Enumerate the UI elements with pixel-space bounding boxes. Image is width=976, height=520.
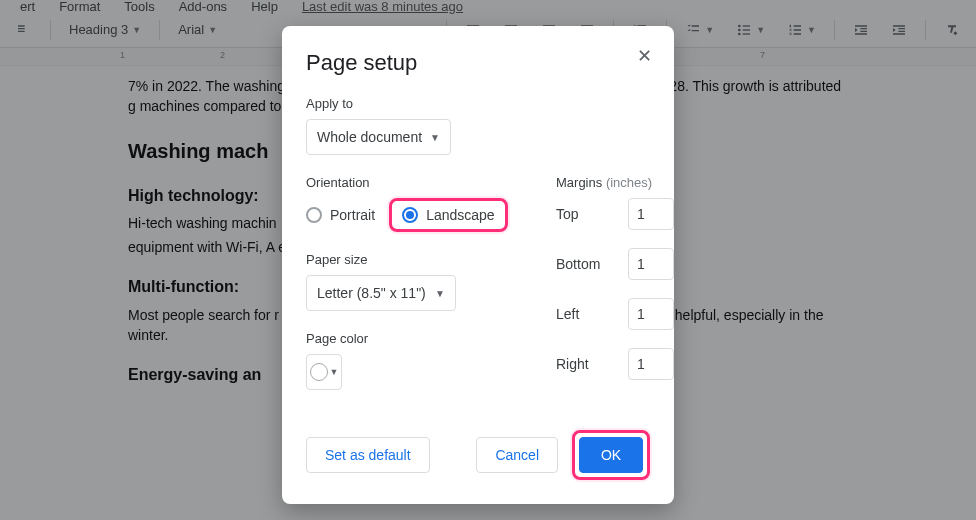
margin-left-input[interactable]: [628, 298, 674, 330]
radio-icon: [306, 207, 322, 223]
caret-down-icon: ▼: [430, 132, 440, 143]
orientation-portrait-radio[interactable]: Portrait: [306, 207, 375, 223]
paper-size-value: Letter (8.5" x 11"): [317, 285, 426, 301]
caret-down-icon: ▼: [435, 288, 445, 299]
radio-label: Landscape: [426, 207, 495, 223]
orientation-landscape-radio[interactable]: Landscape: [389, 198, 508, 232]
ok-highlight: OK: [572, 430, 650, 480]
apply-to-select[interactable]: Whole document ▼: [306, 119, 451, 155]
orientation-label: Orientation: [306, 175, 516, 190]
caret-down-icon: ▼: [330, 367, 339, 377]
dialog-actions: Set as default Cancel OK: [306, 430, 650, 480]
page-color-select[interactable]: ▼: [306, 354, 342, 390]
page-color-label: Page color: [306, 331, 516, 346]
apply-to-value: Whole document: [317, 129, 422, 145]
paper-size-select[interactable]: Letter (8.5" x 11") ▼: [306, 275, 456, 311]
paper-size-label: Paper size: [306, 252, 516, 267]
margin-bottom-input[interactable]: [628, 248, 674, 280]
apply-to-label: Apply to: [306, 96, 650, 111]
margin-bottom-row: Bottom: [556, 248, 674, 280]
ok-button[interactable]: OK: [579, 437, 643, 473]
margin-right-label: Right: [556, 356, 616, 372]
margins-label: Margins (inches): [556, 175, 674, 190]
margin-top-row: Top: [556, 198, 674, 230]
close-icon[interactable]: ✕: [632, 44, 656, 68]
margin-top-input[interactable]: [628, 198, 674, 230]
radio-label: Portrait: [330, 207, 375, 223]
margin-left-label: Left: [556, 306, 616, 322]
page-setup-dialog: Page setup ✕ Apply to Whole document ▼ O…: [282, 26, 674, 504]
orientation-radiogroup: Portrait Landscape: [306, 198, 516, 232]
margin-top-label: Top: [556, 206, 616, 222]
margin-left-row: Left: [556, 298, 674, 330]
radio-icon: [402, 207, 418, 223]
set-as-default-button[interactable]: Set as default: [306, 437, 430, 473]
margins-unit: (inches): [606, 175, 652, 190]
margin-bottom-label: Bottom: [556, 256, 616, 272]
cancel-button[interactable]: Cancel: [476, 437, 558, 473]
margin-right-row: Right: [556, 348, 674, 380]
dialog-title: Page setup: [306, 50, 650, 76]
margin-right-input[interactable]: [628, 348, 674, 380]
color-swatch-icon: [310, 363, 328, 381]
